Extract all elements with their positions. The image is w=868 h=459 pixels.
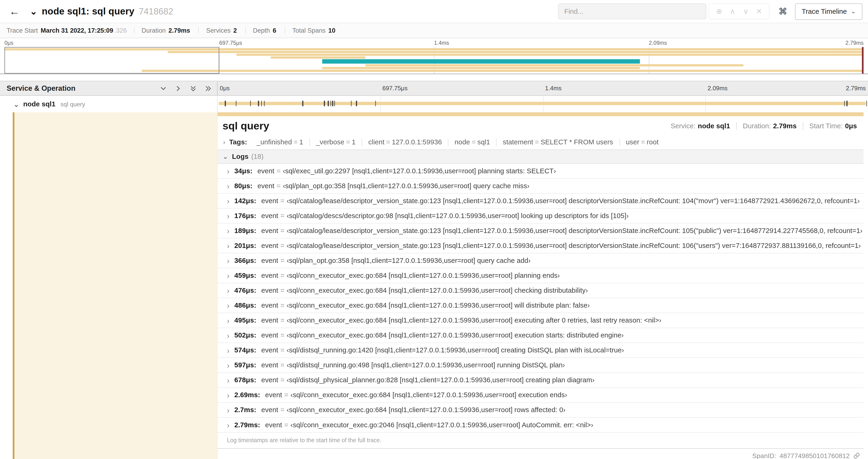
equals-sign: =	[344, 138, 352, 146]
locate-icon[interactable]: ⊕	[713, 8, 726, 15]
log-field-value: ‹sql/catalog/lease/descriptor_version_st…	[287, 242, 861, 250]
span-log-tick	[356, 101, 357, 106]
span-name-cell[interactable]: ⌄ node sql1 sql query	[0, 96, 217, 112]
timeline-tick-label: 0μs	[220, 85, 230, 91]
span-log-tick	[351, 101, 352, 106]
timeline-tick-label: 2.79ms	[845, 40, 864, 46]
minimap-selection[interactable]	[4, 47, 219, 74]
trace-view-select[interactable]: Trace Timeline ⌄	[795, 3, 862, 20]
chevron-right-icon: ›	[227, 406, 229, 414]
trace-collapse-button[interactable]: ⌄	[30, 3, 37, 20]
equals-sign: =	[284, 391, 288, 399]
equals-sign: =	[280, 287, 284, 294]
span-detail-meta: Service:node sql1Duration:2.79msStart Ti…	[664, 122, 858, 130]
log-entry[interactable]: › 189μs: event = ‹sql/catalog/lease/desc…	[217, 223, 864, 238]
chevron-right-icon: ›	[227, 167, 229, 175]
log-field-value: ‹sql/distsql_running.go:498 [nsql1,clien…	[287, 361, 565, 369]
span-log-tick	[866, 101, 867, 106]
span-color-accent-column	[13, 112, 217, 459]
span-log-tick	[258, 101, 259, 106]
log-field-value: ‹sql/conn_executor_exec.go:684 [nsql1,cl…	[290, 391, 567, 399]
log-entry[interactable]: › 476μs: event = ‹sql/conn_executor_exec…	[217, 283, 864, 298]
equals-sign: =	[533, 138, 540, 146]
log-timestamp: 2.69ms:	[234, 391, 260, 399]
chevron-right-icon: ›	[227, 212, 229, 220]
service-operation-title: Service & Operation	[6, 84, 75, 93]
log-entry[interactable]: › 459μs: event = ‹sql/conn_executor_exec…	[217, 268, 864, 283]
find-prev-chevron-up-icon[interactable]: ∧	[726, 8, 739, 15]
log-entry[interactable]: › 2.79ms: event = ‹sql/conn_executor_exe…	[217, 418, 864, 433]
log-entry[interactable]: › 495μs: event = ‹sql/conn_executor_exec…	[217, 313, 864, 328]
equals-sign: =	[280, 212, 284, 220]
log-entry[interactable]: › 176μs: event = ‹sql/catalog/descs/desc…	[217, 208, 864, 223]
tag-item: _unfinished=1	[250, 138, 309, 146]
log-entry[interactable]: › 201μs: event = ‹sql/catalog/lease/desc…	[217, 239, 864, 254]
equals-sign: =	[280, 227, 284, 235]
log-entry[interactable]: › 502μs: event = ‹sql/conn_executor_exec…	[217, 328, 864, 343]
minimap-tick-row: 0μs697.75μs1.4ms2.09ms2.79ms	[4, 39, 864, 47]
equals-sign: =	[280, 317, 284, 324]
log-timestamp: 34μs:	[234, 167, 252, 175]
log-timestamp: 80μs:	[234, 182, 252, 190]
span-log-tick	[333, 101, 334, 106]
minimap[interactable]	[4, 47, 864, 74]
double-chevron-right-icon[interactable]	[205, 85, 211, 91]
logs-toggle[interactable]: ⌄ Logs (18)	[217, 150, 864, 164]
trace-summary-item: Total Spans10	[284, 27, 344, 34]
log-field-key: event	[261, 361, 278, 369]
chevron-right-icon: ›	[227, 257, 229, 264]
chevron-right-icon: ›	[227, 227, 229, 234]
span-detail-accent-bar	[217, 112, 864, 117]
log-field-key: event	[261, 287, 278, 294]
log-entry[interactable]: › 486μs: event = ‹sql/conn_executor_exec…	[217, 298, 864, 313]
chevron-down-icon[interactable]	[160, 85, 166, 91]
log-entry[interactable]: › 34μs: event = ‹sql/exec_util.go:2297 […	[217, 164, 864, 179]
find-next-chevron-down-icon[interactable]: ∨	[739, 8, 752, 15]
minimap-scrubber[interactable]	[862, 47, 864, 74]
span-bar[interactable]	[219, 102, 866, 105]
chevron-down-icon: ⌄	[223, 153, 228, 160]
find-clear-icon[interactable]: ✕	[752, 8, 766, 15]
log-timestamp: 486μs:	[234, 302, 256, 309]
log-entry[interactable]: › 678μs: event = ‹sql/distsql_physical_p…	[217, 373, 864, 388]
span-detail-column: sql query Service:node sql1Duration:2.79…	[217, 112, 868, 459]
chevron-right-icon: ›	[227, 272, 229, 279]
log-entry[interactable]: › 574μs: event = ‹sql/distsql_running.go…	[217, 343, 864, 358]
log-field-key: event	[261, 302, 278, 309]
back-button[interactable]: ←	[6, 3, 23, 20]
minimap-span	[236, 54, 864, 56]
tag-item: client=127.0.0.1:59936	[362, 138, 448, 146]
log-entry[interactable]: › 2.69ms: event = ‹sql/conn_executor_exe…	[217, 388, 864, 403]
trace-summary-item: Duration2.79ms	[134, 27, 198, 34]
log-entry[interactable]: › 366μs: event = ‹sql/plan_opt.go:358 [n…	[217, 254, 864, 268]
equals-sign: =	[292, 138, 299, 146]
keyboard-shortcuts-button[interactable]: ⌘	[775, 5, 790, 18]
logs-list: › 34μs: event = ‹sql/exec_util.go:2297 […	[217, 164, 864, 433]
log-field-key: event	[261, 197, 278, 205]
span-meta-item: Service:node sql1	[664, 122, 736, 130]
log-entry[interactable]: › 2.7ms: event = ‹sql/conn_executor_exec…	[217, 403, 864, 418]
span-log-tick	[264, 101, 265, 106]
log-entry[interactable]: › 80μs: event = ‹sql/plan_opt.go:358 [ns…	[217, 179, 864, 194]
log-entry[interactable]: › 597μs: event = ‹sql/distsql_running.go…	[217, 358, 864, 373]
trace-id: 7418682	[139, 6, 174, 16]
tag-item: statement=SELECT * FROM users	[496, 138, 619, 146]
span-operation-name: sql query	[60, 101, 85, 107]
log-timestamp: 597μs:	[234, 361, 256, 369]
chevron-right-icon: ›	[223, 138, 225, 146]
chevron-right-icon[interactable]	[175, 85, 182, 91]
chevron-right-icon: ›	[227, 332, 229, 339]
find-input[interactable]	[558, 3, 707, 19]
chevron-down-icon[interactable]: ⌄	[13, 101, 19, 108]
equals-sign: =	[280, 242, 284, 250]
equals-sign: =	[280, 406, 284, 414]
log-entry[interactable]: › 142μs: event = ‹sql/catalog/lease/desc…	[217, 194, 864, 208]
back-arrow-icon: ←	[9, 5, 20, 18]
copy-link-icon[interactable]	[853, 452, 860, 459]
chevron-right-icon: ›	[227, 317, 229, 324]
double-chevron-down-icon[interactable]	[190, 85, 196, 91]
log-field-key: event	[261, 242, 278, 250]
span-id-label: SpanID:	[752, 452, 776, 459]
tags-toggle[interactable]: › Tags:	[223, 138, 247, 146]
log-field-value: ‹sql/conn_executor_exec.go:684 [nsql1,cl…	[287, 272, 560, 280]
